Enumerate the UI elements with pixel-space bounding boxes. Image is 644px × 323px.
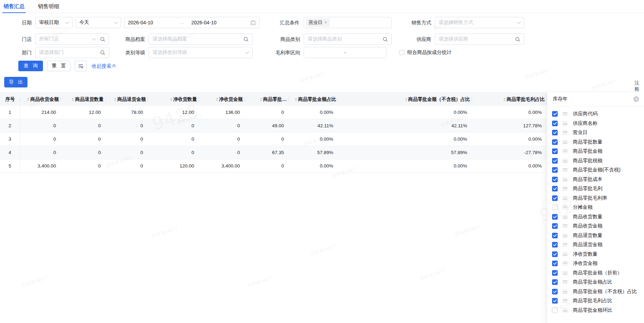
column-toggle-item[interactable]: 商品收货金额 [547,221,644,231]
header-cell[interactable]: 序号 [0,93,20,106]
query-button[interactable]: 查 询 [18,61,43,71]
checkbox-checked-icon[interactable] [552,130,558,135]
checkbox-checked-icon[interactable] [552,223,558,229]
drag-handle-icon[interactable] [563,234,568,237]
column-toggle-item[interactable]: 商品零批成本 [547,175,644,184]
drag-handle-icon[interactable] [563,159,568,163]
checkbox-checked-icon[interactable] [552,167,558,173]
drag-handle-icon[interactable] [563,290,568,293]
header-cell[interactable]: 商品零批… [245,93,289,106]
table-row[interactable]: 20000049.0042.11%42.11%127.78% [0,119,547,133]
column-toggle-item[interactable]: 商品零批毛利率 [547,194,644,203]
header-cell[interactable]: 商品收货金额 [20,93,61,106]
drag-handle-icon[interactable] [563,168,568,172]
condition-tag[interactable]: 营业日 × [306,18,330,27]
table-row[interactable]: 1214.0012.0078.0012.00136.0000.00%0.00%0… [0,106,547,119]
checkbox-checked-icon[interactable] [552,148,558,154]
column-toggle-item[interactable]: 商品退货金额 [547,240,644,250]
drag-handle-icon[interactable] [563,262,568,265]
column-toggle-item[interactable]: 商品零批金额（折前） [547,268,644,278]
column-toggle-item[interactable]: 商品收货数量 [547,212,644,222]
column-toggle-item[interactable]: 商品零批金额占比 [547,278,644,287]
search-icon[interactable] [383,37,388,42]
checkbox-checked-icon[interactable] [552,158,558,164]
header-cell[interactable]: 净收货数量 [148,93,199,106]
search-icon[interactable] [515,37,520,42]
start-date-value[interactable]: 2026-04-10 [128,20,177,25]
checkbox-checked-icon[interactable] [552,139,558,145]
header-cell[interactable]: 商品零批毛利占比 [472,93,547,106]
header-cell[interactable]: 净收货金额 [199,93,245,106]
column-toggle-item[interactable]: 营业日 [547,128,644,138]
date-preset-select[interactable]: 今天 [75,17,121,28]
drag-handle-icon[interactable] [563,140,568,144]
combo-stat-checkbox-row[interactable]: 组合商品按成分统计 [400,47,452,58]
column-toggle-item[interactable]: 商品零批金额 [547,147,644,156]
column-toggle-item[interactable]: 商品零批金额（不含税）占比 [547,287,644,297]
column-toggle-item[interactable]: 供应商代码 [547,109,644,119]
checkbox-checked-icon[interactable] [552,298,558,304]
drag-handle-icon[interactable] [563,271,568,275]
summary-condition-input[interactable]: 营业日 × [304,17,392,28]
search-icon[interactable] [100,50,105,55]
sort-icon[interactable] [114,98,116,101]
sort-icon[interactable] [170,98,172,101]
checkbox-checked-icon[interactable] [552,186,558,191]
supplier-input[interactable]: 请选择供应商 [435,33,524,45]
sort-icon[interactable] [260,98,262,101]
search-icon[interactable] [100,37,105,42]
checkbox-checked-icon[interactable] [552,233,558,238]
checkbox-checked-icon[interactable] [552,121,558,126]
checkbox-checked-icon[interactable] [552,195,558,201]
sort-icon[interactable] [405,98,407,101]
column-toggle-item[interactable]: 商品零批税额 [547,156,644,166]
drag-handle-icon[interactable] [563,178,568,181]
drag-handle-icon[interactable] [563,150,568,153]
checkbox-checked-icon[interactable] [552,111,558,117]
checkbox-checked-icon[interactable] [552,270,558,276]
checkbox-unchecked-icon[interactable] [552,205,558,210]
sales-mode-select[interactable]: 请选择销售方式 [435,17,524,28]
column-toggle-item[interactable]: 商品零批毛利 [547,184,644,194]
product-category-input[interactable]: 请选择商品类别 [304,33,392,45]
end-date-value[interactable]: 2026-04-10 [186,20,236,25]
column-toggle-item[interactable]: 商品零批金额环比 [547,306,644,315]
sort-icon[interactable] [72,98,74,101]
department-input[interactable]: 请选择部门 [35,47,109,58]
drag-handle-icon[interactable] [563,187,568,190]
clear-search-icon[interactable]: ✕ [633,96,639,102]
store-select[interactable]: 所有门店 [35,33,109,45]
drag-handle-icon[interactable] [563,206,568,209]
sort-icon[interactable] [295,98,297,101]
checkbox-unchecked-icon[interactable] [400,50,404,55]
sort-icon[interactable] [216,98,218,101]
column-toggle-item[interactable]: 商品退货数量 [547,231,644,240]
drag-handle-icon[interactable] [563,131,568,134]
calendar-icon[interactable] [250,20,256,25]
tab-sales-detail[interactable]: 销售明细 [38,0,59,13]
checkbox-checked-icon[interactable] [552,279,558,285]
checkbox-checked-icon[interactable] [552,261,558,266]
column-toggle-item[interactable]: 供应商名称 [547,119,644,128]
note-label[interactable]: 注释 [634,80,644,93]
date-type-select[interactable]: 审核日期 [35,17,73,28]
table-row[interactable]: 53,400.0000120.003,400.0000.00%0.00%0.00… [0,159,547,173]
table-row[interactable]: 30000000.00%0.00%0.00% [0,133,547,146]
checkbox-checked-icon[interactable] [552,251,558,257]
search-settings-button[interactable] [75,61,87,71]
checkbox-checked-icon[interactable] [552,289,558,294]
tab-sales-summary[interactable]: 销售汇总 [4,0,25,13]
drag-handle-icon[interactable] [563,299,568,303]
sort-icon[interactable] [503,98,506,101]
checkbox-unchecked-icon[interactable] [552,307,558,313]
gross-margin-range-input[interactable]: - [304,47,386,58]
sort-icon[interactable] [27,98,29,101]
header-cell[interactable]: 商品退货数量 [61,93,106,106]
drag-handle-icon[interactable] [563,309,568,312]
column-toggle-item[interactable]: 净收货金额 [547,259,644,268]
column-toggle-item[interactable]: 商品零批数量 [547,138,644,147]
drag-handle-icon[interactable] [563,224,568,228]
header-cell[interactable]: 商品零批金额占比 [289,93,338,106]
drag-handle-icon[interactable] [563,280,568,284]
product-archive-input[interactable]: 请选择商品档案 [149,33,253,45]
